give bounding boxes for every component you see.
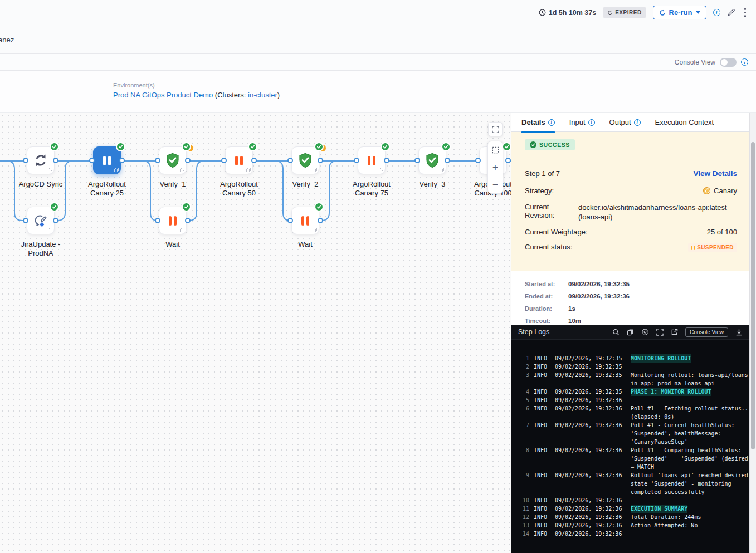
pause-icon (235, 156, 243, 165)
refresh-icon (607, 10, 613, 16)
rerun-info-icon[interactable]: i (713, 9, 720, 16)
more-options-icon[interactable] (742, 7, 749, 18)
timing-metadata: Started at:09/02/2026, 19:32:35 Ended at… (511, 271, 749, 325)
strategy-row: Strategy: Canary (525, 187, 737, 195)
connector-dot (221, 158, 227, 163)
pipeline-execution-page: 1d 5h 10m 37s EXPIRED Re-run i anez Cons… (0, 0, 756, 553)
success-badge-icon (182, 202, 191, 212)
step-logs-title: Step Logs (518, 328, 549, 336)
started-at-row: Started at:09/02/2026, 19:32:35 (525, 279, 736, 289)
shield-check-icon (424, 152, 441, 169)
pause-icon (169, 216, 177, 226)
zoom-in-button[interactable]: + (487, 159, 503, 176)
shield-check-icon (164, 152, 181, 169)
details-info-icon[interactable]: i (548, 119, 555, 126)
clusters-suffix: ) (277, 91, 280, 99)
copy-icon[interactable] (627, 329, 634, 336)
log-output[interactable]: 1INFO09/02/2026, 19:32:35MONITORING ROLL… (511, 340, 749, 553)
console-view-info-icon[interactable]: i (741, 58, 748, 66)
log-line: 11INFO09/02/2026, 19:32:36EXECUTION SUMM… (518, 505, 745, 513)
node-argorollout-canary-50[interactable]: ArgoRollout Canary 50 (225, 146, 253, 174)
pipeline-graph-canvas[interactable]: ArgoCD Sync ArgoRollout Canary 25 Verify… (0, 113, 511, 553)
node-verify-2[interactable]: Verify_2 (291, 146, 319, 174)
template-marker-icon (379, 168, 383, 172)
console-view-label: Console View (675, 58, 715, 66)
connector-dot (155, 218, 160, 223)
connector-dot (23, 218, 28, 223)
breadcrumb[interactable]: anez (0, 36, 14, 44)
console-view-toggle[interactable] (720, 58, 737, 67)
search-icon[interactable] (612, 329, 620, 336)
log-line: 13INFO09/02/2026, 19:32:36Action Attempt… (518, 521, 745, 530)
node-label: Wait (136, 240, 209, 249)
success-badge-icon (116, 142, 125, 151)
node-argorollout-canary-75[interactable]: ArgoRollout Canary 75 (358, 146, 386, 174)
template-marker-icon (48, 228, 52, 232)
connector-dot (251, 158, 257, 163)
console-view-button[interactable]: Console View (685, 327, 728, 337)
sync-icon (33, 153, 48, 168)
template-marker-icon (313, 228, 317, 232)
node-verify-3[interactable]: Verify_3 (418, 146, 446, 174)
connector-dot (53, 218, 58, 223)
status-badge: SUCCESS (525, 139, 575, 150)
expand-fullscreen-icon[interactable] (656, 329, 664, 336)
success-badge-icon (248, 142, 257, 151)
node-label: ArgoRollout Canary 50 (203, 180, 275, 198)
scrollbar-thumb[interactable] (751, 142, 755, 449)
connector-dot (185, 158, 191, 163)
details-tab-content: SUCCESS Step 1 of 7 View Details Strateg… (511, 132, 749, 271)
connector-dot (23, 158, 28, 163)
environment-section: Environment(s) Prod NA GitOps Product De… (0, 71, 756, 113)
node-argorollout-canary-25[interactable]: ArgoRollout Canary 25 (93, 146, 121, 174)
connector-dot (354, 158, 359, 163)
execution-duration: 1d 5h 10m 37s (539, 9, 596, 17)
cluster-link[interactable]: in-cluster (248, 91, 277, 99)
template-marker-icon (440, 168, 444, 172)
expired-badge: EXPIRED (603, 7, 646, 18)
suspended-badge: SUSPENDED (688, 243, 737, 252)
rerun-icon (659, 9, 666, 16)
fit-selection-button[interactable] (487, 141, 503, 159)
connector-dot (185, 218, 191, 223)
success-badge-icon (381, 142, 390, 151)
connector-dot (505, 158, 511, 163)
edit-pencil-icon[interactable] (727, 8, 735, 17)
clusters-prefix: (Clusters: (215, 91, 246, 99)
tab-execution-context[interactable]: Execution Context (655, 113, 714, 132)
tab-input[interactable]: Inputi (569, 113, 595, 132)
connector-dot (384, 158, 389, 163)
output-info-icon[interactable]: i (634, 119, 641, 126)
connector-dot (445, 158, 450, 163)
settings-gear-icon[interactable] (641, 328, 649, 336)
template-marker-icon (114, 168, 119, 172)
current-weightage-label: Current Weightage: (525, 228, 588, 236)
view-details-link[interactable]: View Details (693, 169, 737, 178)
panel-scrollbar[interactable] (749, 113, 756, 553)
current-revision-label: Current Revision: (525, 203, 576, 219)
template-marker-icon (180, 168, 184, 172)
status-text: SUCCESS (539, 141, 570, 148)
node-wait-2[interactable]: Wait (291, 207, 319, 234)
node-argocd-sync[interactable]: ArgoCD Sync (27, 146, 55, 174)
node-jiraupdate-prodna[interactable]: JiraUpdate - ProdNA (27, 207, 55, 234)
duration-text: 1d 5h 10m 37s (549, 9, 596, 17)
input-info-icon[interactable]: i (588, 119, 595, 126)
current-revision-value: docker.io/akshitmadanharness/loans-api:l… (578, 203, 737, 222)
download-icon[interactable] (735, 329, 743, 336)
zoom-out-button[interactable]: − (487, 176, 503, 193)
tab-output[interactable]: Outputi (609, 113, 641, 132)
open-in-new-icon[interactable] (671, 329, 678, 336)
node-label: Verify_1 (136, 180, 209, 189)
node-wait-1[interactable]: Wait (159, 207, 187, 234)
tab-details[interactable]: Detailsi (521, 113, 555, 132)
details-tab-bar: Detailsi Inputi Outputi Execution Contex… (511, 113, 749, 132)
expired-text: EXPIRED (615, 9, 641, 16)
connector-dot (155, 158, 160, 163)
environment-name-link[interactable]: Prod NA GitOps Product Demo (113, 91, 213, 99)
rerun-button[interactable]: Re-run (653, 6, 706, 19)
template-marker-icon (313, 168, 317, 172)
fullscreen-canvas-button[interactable] (488, 122, 503, 136)
node-label: Wait (269, 240, 342, 249)
node-verify-1[interactable]: Verify_1 (159, 146, 187, 174)
